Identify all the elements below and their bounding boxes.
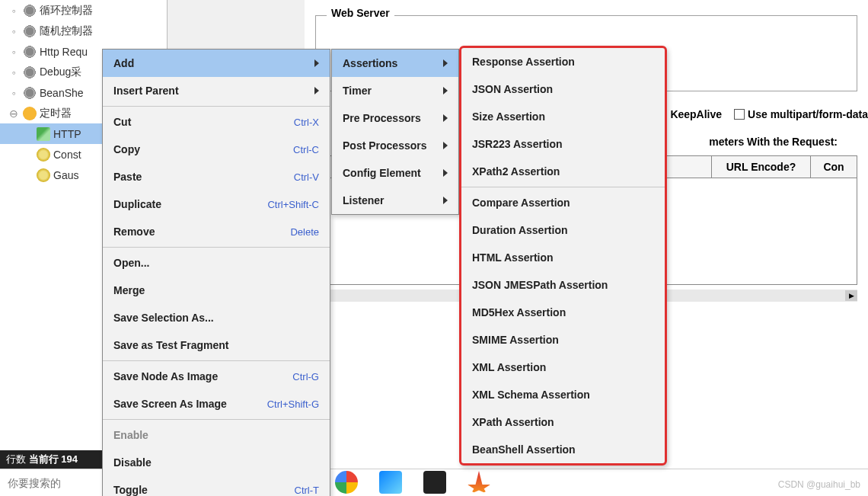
- chevron-right-icon: [314, 59, 319, 67]
- menu-merge[interactable]: Merge: [103, 277, 330, 304]
- menu-open[interactable]: Open...: [103, 249, 330, 277]
- menu-save-fragment[interactable]: Save as Test Fragment: [103, 331, 330, 359]
- jmeter-icon[interactable]: [468, 471, 490, 494]
- gear-icon: [23, 24, 37, 38]
- chevron-right-icon: [443, 114, 448, 122]
- tree-label: Gaus: [53, 169, 78, 181]
- timer-icon: [37, 168, 50, 182]
- menu-cut[interactable]: CutCtrl-X: [103, 108, 330, 136]
- assert-xmlschema[interactable]: XML Schema Assertion: [461, 381, 665, 408]
- tree-label: Debug采: [40, 66, 81, 79]
- menu-duplicate[interactable]: DuplicateCtrl+Shift-C: [103, 190, 330, 218]
- status-prefix: 行数: [6, 453, 26, 466]
- timer-icon: [37, 148, 50, 162]
- assert-xpath2[interactable]: XPath2 Assertion: [461, 158, 665, 185]
- assertions-submenu: Response Assertion JSON Assertion Size A…: [459, 46, 667, 466]
- menu-remove[interactable]: RemoveDelete: [103, 218, 330, 245]
- submenu-pre-processors[interactable]: Pre Processors: [332, 104, 458, 132]
- gear-icon: [23, 86, 37, 100]
- chevron-right-icon: [314, 87, 319, 94]
- assert-compare[interactable]: Compare Assertion: [461, 189, 665, 216]
- assert-xml[interactable]: XML Assertion: [461, 354, 665, 381]
- col-cont: Con: [811, 156, 857, 178]
- chevron-right-icon: [443, 87, 448, 94]
- tree-label: Http Requ: [40, 46, 88, 58]
- assert-duration[interactable]: Duration Assertion: [461, 216, 665, 244]
- menu-save-selection[interactable]: Save Selection As...: [103, 304, 330, 331]
- scroll-right-icon[interactable]: ▶: [845, 290, 857, 301]
- assert-smime[interactable]: SMIME Assertion: [461, 326, 665, 354]
- chevron-right-icon: [443, 169, 448, 177]
- tree-item-loop[interactable]: ◦ 循环控制器: [0, 0, 167, 21]
- tree-label: 定时器: [40, 107, 72, 120]
- assert-jsr223[interactable]: JSR223 Assertion: [461, 130, 665, 158]
- fieldset-legend: Web Server: [327, 7, 394, 19]
- submenu-post-processors[interactable]: Post Processors: [332, 132, 458, 159]
- assert-response[interactable]: Response Assertion: [461, 48, 665, 75]
- assert-json[interactable]: JSON Assertion: [461, 75, 665, 103]
- terminal-icon[interactable]: [423, 471, 446, 494]
- submenu-listener[interactable]: Listener: [332, 187, 458, 214]
- menu-save-node-image[interactable]: Save Node As ImageCtrl-G: [103, 363, 330, 390]
- assert-beanshell[interactable]: BeanShell Assertion: [461, 436, 665, 463]
- gear-icon: [23, 45, 37, 59]
- tree-toggle-icon[interactable]: ◦: [5, 87, 23, 99]
- menu-insert-parent[interactable]: Insert Parent: [103, 77, 330, 104]
- submenu-config-element[interactable]: Config Element: [332, 159, 458, 187]
- folder-icon: [23, 107, 37, 120]
- tree-label: 随机控制器: [40, 24, 93, 38]
- tree-toggle-icon[interactable]: ◦: [5, 25, 23, 37]
- tree-item-random[interactable]: ◦ 随机控制器: [0, 21, 167, 41]
- gear-icon: [23, 66, 37, 79]
- keepalive-label: KeepAlive: [670, 108, 722, 120]
- col-encode: URL Encode?: [712, 156, 811, 178]
- taskbar: [335, 469, 490, 496]
- menu-toggle[interactable]: ToggleCtrl-T: [103, 476, 330, 496]
- assert-xpath[interactable]: XPath Assertion: [461, 408, 665, 436]
- tree-toggle-icon[interactable]: ◦: [5, 5, 23, 17]
- chevron-right-icon: [443, 197, 448, 204]
- multipart-label: Use multipart/form-data: [748, 108, 868, 120]
- multipart-checkbox[interactable]: Use multipart/form-data: [734, 108, 868, 120]
- menu-paste[interactable]: PasteCtrl-V: [103, 163, 330, 190]
- watermark: CSDN @guaihui_bb: [778, 479, 860, 490]
- submenu-timer[interactable]: Timer: [332, 77, 458, 104]
- menu-save-screen-image[interactable]: Save Screen As ImageCtrl+Shift-G: [103, 390, 330, 418]
- tree-label: HTTP: [53, 128, 81, 140]
- chrome-icon[interactable]: [335, 471, 358, 494]
- add-submenu: Assertions Timer Pre Processors Post Pro…: [331, 49, 459, 215]
- menu-disable[interactable]: Disable: [103, 449, 330, 476]
- chevron-right-icon: [443, 142, 448, 149]
- tree-label: BeanShe: [40, 87, 84, 99]
- tree-label: Const: [53, 149, 81, 161]
- assert-size[interactable]: Size Assertion: [461, 103, 665, 130]
- checkbox-icon: [734, 109, 745, 120]
- http-icon: [37, 127, 50, 141]
- menu-copy[interactable]: CopyCtrl-C: [103, 136, 330, 163]
- tree-toggle-icon[interactable]: ◦: [5, 66, 23, 78]
- tree-label: 循环控制器: [40, 4, 93, 18]
- assert-html[interactable]: HTML Assertion: [461, 244, 665, 271]
- assert-md5hex[interactable]: MD5Hex Assertion: [461, 299, 665, 326]
- app-icon[interactable]: [379, 471, 402, 494]
- context-menu: Add Insert Parent CutCtrl-X CopyCtrl-C P…: [102, 49, 330, 496]
- submenu-assertions[interactable]: Assertions: [332, 50, 458, 77]
- tree-toggle-icon[interactable]: ◦: [5, 46, 23, 58]
- status-line: 当前行 194: [29, 453, 78, 466]
- gear-icon: [23, 4, 37, 18]
- chevron-right-icon: [443, 59, 448, 67]
- menu-enable: Enable: [103, 421, 330, 449]
- menu-add[interactable]: Add: [103, 50, 330, 77]
- assert-jmespath[interactable]: JSON JMESPath Assertion: [461, 271, 665, 299]
- tree-toggle-icon[interactable]: ⊖: [5, 107, 23, 120]
